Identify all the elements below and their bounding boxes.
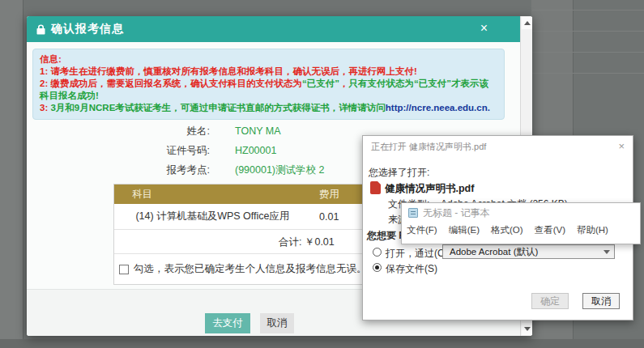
lock-icon (36, 23, 45, 38)
save-file-label: 保存文件(S) (386, 262, 437, 276)
modal-close-icon[interactable]: × (480, 21, 488, 36)
ncre-link[interactable]: http://ncre.neea.edu.cn. (386, 103, 490, 112)
background-left-panel (0, 0, 23, 348)
field-id-label: 证件号码: (27, 144, 210, 158)
menu-file[interactable]: 文件(F) (407, 224, 437, 236)
pay-button[interactable]: 去支付 (205, 313, 250, 333)
confirm-checkbox[interactable] (119, 265, 129, 274)
field-site-value: (990001)测试学校 2 (235, 163, 324, 177)
field-name-label: 姓名: (27, 125, 210, 138)
info-line-3: 3: 3月和9月NCRE考试获证考生，可通过申请证书直邮的方式获得证书，详情请访… (40, 102, 497, 114)
screen: 确认报考信息 × 信息: 1: 请考生在进行缴费前，慎重核对所有报考信息和报考科… (0, 0, 644, 348)
open-with-label: 打开，通过(O) (386, 247, 448, 261)
download-file-name: 健康情况声明书.pdf (385, 182, 474, 196)
scroll-up-icon[interactable] (522, 17, 532, 29)
subject-cell: (14) 计算机基础及WPS Office应用 (114, 210, 311, 223)
notepad-title: 无标题 - 记事本 (423, 206, 490, 220)
info-line-1: 1: 请考生在进行缴费前，慎重核对所有报考信息和报考科目，确认无误后，再进行网上… (40, 66, 497, 78)
field-id-value: HZ00001 (235, 145, 276, 156)
field-site-label: 报考考点: (27, 163, 210, 177)
background-grid-line (532, 31, 644, 32)
menu-format[interactable]: 格式(O) (491, 224, 523, 236)
ok-button[interactable]: 确定 (531, 293, 569, 309)
chosen-open-label: 您选择了打开: (369, 166, 429, 180)
background-grid-line (532, 52, 644, 53)
notepad-menubar: 文件(F) 编辑(E) 格式(O) 查看(V) 帮助(H) (407, 224, 608, 236)
confirm-checkbox-label: 勾选，表示您已确定考生个人信息及报考信息无误。 (134, 262, 367, 276)
download-dialog-close-icon[interactable]: × (618, 140, 625, 152)
pdf-file-icon (370, 181, 381, 194)
modal-title: 确认报考信息 (51, 22, 124, 36)
notepad-window: 无标题 - 记事本 文件(F) 编辑(E) 格式(O) 查看(V) 帮助(H) (401, 202, 641, 244)
menu-view[interactable]: 查看(V) (535, 224, 565, 236)
notepad-icon (408, 208, 418, 218)
scroll-down-icon[interactable] (522, 323, 532, 335)
modal-header: 确认报考信息 × (27, 16, 520, 42)
cancel-button[interactable]: 取消 (260, 313, 294, 333)
menu-edit[interactable]: 编辑(E) (449, 224, 480, 236)
menu-help[interactable]: 帮助(H) (577, 224, 608, 236)
info-heading: 信息: (40, 53, 497, 66)
info-notice-box: 信息: 1: 请考生在进行缴费前，慎重核对所有报考信息和报考科目，确认无误后，再… (32, 49, 505, 120)
subject-column-header: 科目 (114, 188, 311, 202)
open-with-select[interactable]: Adobe Acrobat (默认) (442, 244, 615, 259)
background-grid-line (532, 10, 644, 11)
info-line-2: 2: 缴费成功后，需要返回报名系统，确认支付科目的支付状态为“已支付”，只有支付… (40, 78, 497, 102)
background-grid-line (532, 73, 644, 74)
background-footer-strip (0, 339, 644, 348)
field-name-value: TONY MA (235, 125, 281, 137)
save-file-radio[interactable] (373, 263, 382, 272)
chevron-down-icon (603, 250, 610, 254)
dialog-cancel-button[interactable]: 取消 (582, 293, 620, 309)
open-with-radio[interactable] (373, 248, 382, 257)
download-dialog-title: 正在打开 健康情况声明书.pdf (371, 141, 486, 153)
